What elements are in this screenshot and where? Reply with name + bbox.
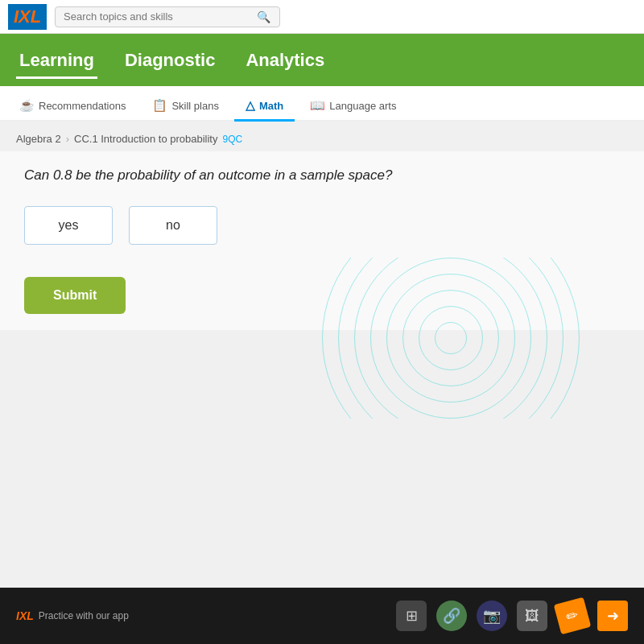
tab-math[interactable]: △ Math (234, 92, 295, 122)
ixl-logo-bottom: IXL (16, 609, 34, 622)
topbar: IXL 🔍 (0, 0, 644, 34)
breadcrumb-section: CC.1 Introduction to probability (74, 133, 217, 145)
arrow-icon[interactable]: ➜ (597, 601, 628, 631)
image-icon[interactable]: 🖼 (517, 601, 547, 631)
tab-skill-plans[interactable]: 📋 Skill plans (141, 92, 230, 122)
grid-icon[interactable]: ⊞ (396, 601, 427, 631)
link-icon[interactable]: 🔗 (436, 601, 467, 631)
math-icon: △ (246, 98, 255, 113)
nav-item-analytics[interactable]: Analytics (242, 43, 328, 77)
pen-icon[interactable]: ✏ (554, 597, 592, 635)
practice-text: Practice with our app (39, 610, 129, 621)
ixl-logo: IXL (8, 4, 47, 30)
language-arts-icon: 📖 (310, 98, 325, 113)
breadcrumb-course[interactable]: Algebra 2 (16, 133, 61, 145)
answer-yes-button[interactable]: yes (24, 206, 113, 245)
bottom-left: IXL Practice with our app (16, 609, 129, 622)
ripple-decoration (322, 258, 596, 419)
search-icon: 🔍 (257, 10, 270, 23)
answer-buttons: yes no (24, 206, 620, 245)
nav-item-learning[interactable]: Learning (16, 43, 97, 77)
bottom-icons: ⊞ 🔗 📷 🖼 ✏ ➜ (396, 601, 628, 631)
tab-language-arts[interactable]: 📖 Language arts (299, 92, 407, 122)
nav-item-diagnostic[interactable]: Diagnostic (122, 43, 218, 77)
question-text: Can 0.8 be the probability of an outcome… (24, 167, 620, 184)
recommendations-icon: ☕ (19, 98, 35, 113)
search-bar[interactable]: 🔍 (55, 6, 280, 27)
submit-button[interactable]: Submit (24, 277, 126, 314)
breadcrumb-code: 9QC (222, 134, 242, 145)
bottom-bar: IXL Practice with our app ⊞ 🔗 📷 🖼 ✏ ➜ (0, 588, 644, 644)
answer-no-button[interactable]: no (129, 206, 217, 245)
skill-plans-icon: 📋 (152, 98, 167, 113)
breadcrumb: Algebra 2 › CC.1 Introduction to probabi… (0, 122, 644, 151)
tab-recommendations[interactable]: ☕ Recommendations (8, 92, 137, 122)
camera-icon[interactable]: 📷 (477, 601, 507, 631)
search-input[interactable] (64, 10, 257, 23)
tab-bar: ☕ Recommendations 📋 Skill plans △ Math 📖… (0, 86, 644, 122)
breadcrumb-separator: › (66, 133, 69, 145)
green-nav: Learning Diagnostic Analytics (0, 34, 644, 86)
